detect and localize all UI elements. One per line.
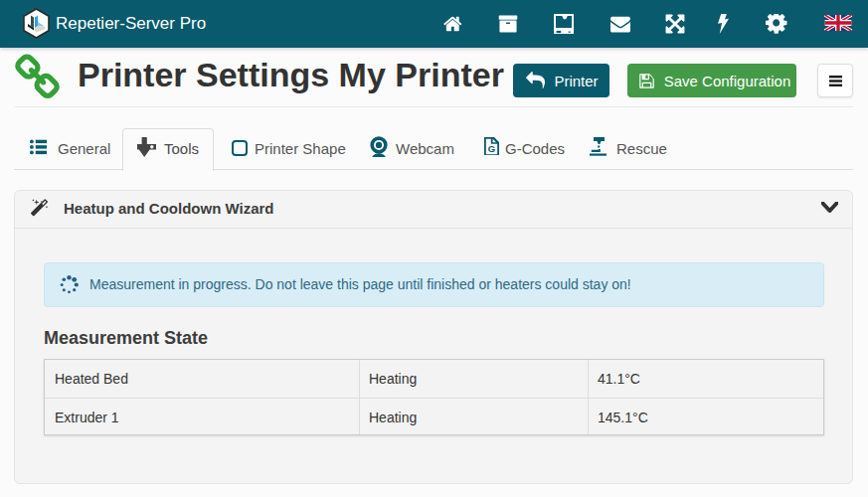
svg-text:G: G <box>488 143 495 154</box>
